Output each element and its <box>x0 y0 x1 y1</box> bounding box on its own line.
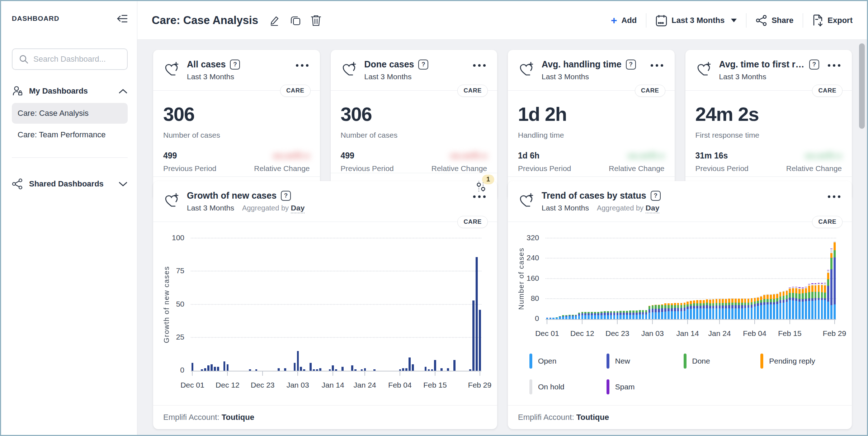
sidebar-title: DASHBOARD <box>12 15 60 23</box>
help-icon[interactable]: ? <box>281 191 291 201</box>
previous-period-label: Previous Period <box>341 164 394 173</box>
legend-item-done[interactable]: Done <box>684 354 761 369</box>
legend-item-open[interactable]: Open <box>529 354 607 369</box>
previous-period-value: 499 <box>341 151 394 161</box>
card-menu-button[interactable] <box>472 59 487 72</box>
legend-label: New <box>615 357 630 365</box>
card-period: Last 3 Months <box>719 72 820 81</box>
export-button[interactable]: Export <box>812 14 853 27</box>
sidebar-item-care-case-analysis[interactable]: Care: Case Analysis <box>12 103 128 124</box>
growth-of-new-cases-chart: 0255075100Dec 01Dec 12Dec 23Jan 03Jan 14… <box>191 238 481 371</box>
header-separator <box>803 13 803 28</box>
x-axis-tick-label: Jan 24 <box>354 381 376 389</box>
care-badge: CARE <box>812 216 843 228</box>
chart-title: Growth of new cases <box>187 190 277 201</box>
card-period: Last 3 Months <box>364 72 429 81</box>
widget-filters-button[interactable]: 1 <box>475 180 487 193</box>
charts-row: Growth of new cases ? Last 3 Months Aggr… <box>153 181 852 429</box>
shared-dashboards-label: Shared Dashboards <box>29 179 113 189</box>
add-widget-button[interactable]: + Add <box>611 15 637 26</box>
chart-legend: OpenNewDonePending replyOn holdSpam <box>508 354 852 405</box>
help-icon[interactable]: ? <box>651 191 661 201</box>
legend-item-pending-reply[interactable]: Pending reply <box>760 354 838 369</box>
legend-label: Open <box>538 357 556 365</box>
relative-change-label: Relative Change <box>609 164 664 173</box>
app-window: DASHBOARD My D <box>0 0 868 436</box>
legend-item-spam[interactable]: Spam <box>607 379 684 394</box>
previous-period-label: Previous Period <box>163 164 216 173</box>
collapse-sidebar-icon[interactable] <box>117 14 128 23</box>
card-menu-button[interactable] <box>826 190 842 203</box>
legend-swatch <box>684 354 687 369</box>
care-heart-icon <box>695 61 712 77</box>
previous-period-label: Previous Period <box>695 164 749 173</box>
x-axis-tick-label: Dec 12 <box>216 381 240 389</box>
shared-dashboards-section-toggle[interactable]: Shared Dashboards <box>12 174 128 194</box>
header-separator <box>646 13 646 28</box>
share-button[interactable]: Share <box>756 15 793 26</box>
my-dashboards-section-toggle[interactable]: My Dashboards <box>12 81 128 101</box>
page-title: Care: Case Analysis <box>152 14 258 27</box>
card-title: Avg. handling time <box>542 59 622 70</box>
relative-change-value-redacted: ●●.●●% ● <box>786 151 842 161</box>
x-axis-tick-label: Feb 04 <box>743 329 766 338</box>
legend-item-new[interactable]: New <box>607 354 684 369</box>
account-value: Toutique <box>576 413 609 422</box>
aggregated-by-value[interactable]: Day <box>291 204 305 213</box>
kpi-card-avg-first-response: Avg. time to first resp... ? Last 3 Mont… <box>685 50 852 200</box>
help-icon[interactable]: ? <box>230 60 240 70</box>
aggregated-by-value[interactable]: Day <box>646 204 660 213</box>
aggregated-by-label: Aggregated by <box>242 204 289 212</box>
help-icon[interactable]: ? <box>626 60 636 70</box>
card-menu-button[interactable] <box>649 59 665 72</box>
x-axis-tick-label: Dec 01 <box>535 329 559 338</box>
search-dashboard[interactable] <box>12 48 128 70</box>
vertical-scrollbar[interactable] <box>859 43 865 129</box>
x-axis-tick-label: Jan 14 <box>322 381 344 389</box>
chevron-up-icon <box>118 88 128 94</box>
account-label: Emplifi Account: <box>518 413 574 422</box>
chart-period: Last 3 Months <box>187 204 234 212</box>
duplicate-dashboard-button[interactable] <box>290 15 301 26</box>
care-badge: CARE <box>635 85 665 97</box>
date-range-selector[interactable]: Last 3 Months <box>656 14 737 27</box>
chart-period: Last 3 Months <box>542 204 589 212</box>
search-dashboard-input[interactable] <box>33 54 121 64</box>
export-file-icon <box>812 14 823 27</box>
chart-card-growth-of-new-cases: Growth of new cases ? Last 3 Months Aggr… <box>153 181 497 429</box>
chart-card-trend-of-cases-by-status: Trend of cases by status ? Last 3 Months… <box>508 181 852 429</box>
caret-down-icon <box>731 19 737 22</box>
card-title: Avg. time to first resp... <box>719 59 805 70</box>
care-heart-icon <box>518 192 534 208</box>
help-icon[interactable]: ? <box>418 60 428 70</box>
kpi-card-avg-handling-time: Avg. handling time ? Last 3 Months CARE … <box>508 50 675 200</box>
sidebar-item-care-team-performance[interactable]: Care: Team Performance <box>12 124 128 145</box>
legend-item-on-hold[interactable]: On hold <box>529 379 607 394</box>
card-menu-button[interactable] <box>826 59 842 72</box>
legend-swatch <box>760 354 763 369</box>
filter-count-badge: 1 <box>482 175 494 184</box>
x-axis-tick-label: Jan 14 <box>676 329 699 338</box>
kpi-card-done-cases: Done cases ? Last 3 Months CARE 306 Numb… <box>331 50 497 200</box>
kpi-value-label: First response time <box>695 131 842 139</box>
relative-change-value-redacted: ●●.●●% ● <box>431 151 487 161</box>
account-value: Toutique <box>222 413 254 422</box>
x-axis-tick-label: Feb 15 <box>423 381 447 389</box>
share-icon <box>756 15 767 26</box>
care-heart-icon <box>518 61 534 77</box>
chevron-down-icon <box>118 181 128 187</box>
help-icon[interactable]: ? <box>809 60 819 70</box>
relative-change-value-redacted: ●●.●●% ● <box>254 151 310 161</box>
share-nodes-icon <box>12 178 23 190</box>
kpi-value: 1d 2h <box>518 103 665 125</box>
delete-dashboard-button[interactable] <box>311 14 321 27</box>
search-icon <box>19 54 28 64</box>
card-menu-button[interactable] <box>294 59 310 72</box>
card-title: Done cases <box>364 59 414 70</box>
edit-dashboard-button[interactable] <box>268 14 280 27</box>
sidebar-divider <box>12 157 128 158</box>
previous-period-value: 1d 6h <box>518 151 571 161</box>
care-heart-icon <box>163 192 180 208</box>
relative-change-value-redacted: ●●.●●% ● <box>609 151 664 161</box>
relative-change-label: Relative Change <box>431 164 487 173</box>
